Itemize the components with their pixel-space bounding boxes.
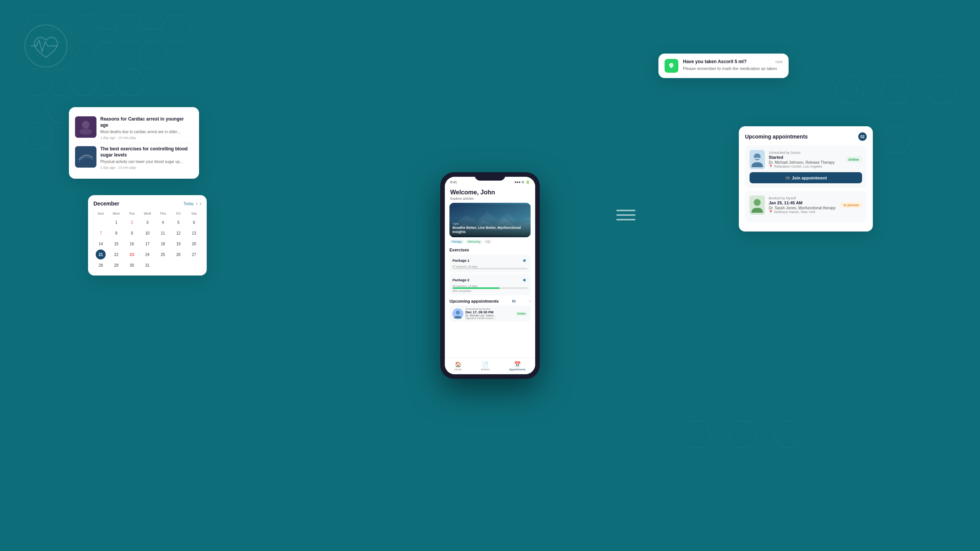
phone-exercise-section-title: Exercises [445,246,535,253]
article-title-cardiac: Reasons for Cardiac arrest in younger ag… [100,116,193,128]
cal-day-20[interactable]: 20 [189,239,199,249]
article-thumb-exercise [75,146,96,168]
article-row-cardiac[interactable]: Reasons for Cardiac arrest in younger ag… [75,113,193,143]
svg-point-25 [60,14,62,16]
phone-greeting: Welcome, John [450,189,530,196]
appointment-location-2: 📍 Wellness Haven, New York [769,210,836,214]
nav-item-appointments[interactable]: 📅 Appointments [509,361,526,371]
calendar-card: December Today ‹ › Sun Mon Tue Wed Thu F… [88,195,207,276]
svg-marker-7 [23,69,54,96]
appointment-item-2: Booked by Myself Jan 25, 11:45 AM Dr. Sa… [745,191,867,222]
cal-day-24[interactable]: 24 [142,249,152,259]
cal-day-28[interactable]: 28 [96,260,106,270]
article-row-exercise[interactable]: The best exercises for controlling blood… [75,143,193,173]
cal-day-26[interactable]: 26 [173,249,183,259]
cal-day-14[interactable]: 14 [96,239,106,249]
cal-day-2[interactable]: 2 [127,217,137,227]
cal-day-4[interactable]: 4 [158,217,168,227]
article-time-exercise: 2 day ago · 15 min play [100,166,193,170]
phone-exercise-package-1[interactable]: Package 1 07 sessions, 28 days [449,254,531,272]
tag-more[interactable]: +1 [484,240,492,244]
cal-day-19[interactable]: 19 [173,239,183,249]
cal-day-13[interactable]: 13 [189,228,199,238]
cal-day-10[interactable]: 10 [142,228,152,238]
svg-point-35 [80,129,92,135]
cal-day-21-today[interactable]: 21 [96,249,106,259]
svg-point-26 [106,41,108,43]
phone-appt-title: Upcoming appointments [449,299,499,303]
appointments-card-header: Upcoming appointments 02 [745,132,867,141]
appointment-status-1: Started [769,155,841,160]
cal-day-29[interactable]: 29 [111,260,121,270]
phone-banner-brand: Cipla [452,222,528,225]
cal-day-15[interactable]: 15 [111,239,121,249]
articles-icon: 📄 [482,361,488,367]
cal-day-22[interactable]: 22 [111,249,121,259]
calendar-today-btn[interactable]: Today [183,202,194,206]
tag-wellbeing[interactable]: Well being [466,240,483,244]
cal-day-18[interactable]: 18 [158,239,168,249]
phone-appt-arrow[interactable]: › [529,298,531,304]
cal-day-empty-4 [189,260,199,270]
appointment-avatar-2 [750,196,765,215]
nav-articles-label: Articles [481,368,490,371]
cal-day-7[interactable]: 7 [96,228,106,238]
calendar-grid: Sun Mon Tue Wed Thu Fri Sat 1 2 3 4 5 6 … [93,210,201,270]
cal-day-6[interactable]: 6 [189,217,199,227]
nav-item-articles[interactable]: 📄 Articles [481,361,490,371]
phone-article-banner[interactable]: Cipla Breathe Better, Live Better, Myofu… [449,203,531,237]
cal-day-16[interactable]: 16 [127,239,137,249]
video-icon: 📹 [785,175,790,180]
heart-monitor-icon [23,23,69,69]
svg-point-45 [754,199,761,206]
phone-appt-item-1[interactable]: Scheduled by Doctor Dec 17, 09:30 PM Dr.… [449,305,531,322]
tag-therapy[interactable]: Therapy [449,240,464,244]
phone-appt-scheduled-1: Scheduled by Doctor [466,308,513,310]
cal-day-31[interactable]: 31 [142,260,152,270]
articles-card: Reasons for Cardiac arrest in younger ag… [69,107,199,179]
svg-marker-20 [773,421,804,448]
cal-day-1[interactable]: 1 [111,217,121,227]
appointments-card: Upcoming appointments 02 Scheduled by Do… [739,126,873,231]
svg-point-30 [856,89,859,91]
cal-day-5[interactable]: 5 [173,217,183,227]
phone-exercise-1-title: Package 1 [452,259,469,262]
svg-point-42 [754,153,761,160]
svg-point-27 [152,14,154,16]
phone-appt-location-1: Digestive Health Associ... [466,317,513,320]
calendar-next-btn[interactable]: › [200,201,201,206]
phone-banner-title: Breathe Better, Live Better, Myofunction… [452,226,528,234]
appointments-count-badge: 02 [858,132,867,141]
cal-day-23[interactable]: 23 [127,249,137,259]
cal-day-8[interactable]: 8 [111,228,121,238]
cal-day-12[interactable]: 12 [173,228,183,238]
calendar-month: December [93,201,119,207]
calendar-nav: Today ‹ › [183,201,201,206]
phone-appointments-section: Upcoming appointments 01 › [445,297,535,323]
notification-icon [665,59,678,73]
phone-exercise-package-2[interactable]: Package 2 06 sessions, 14 days 63% compl… [449,274,531,295]
cal-day-3[interactable]: 3 [142,217,152,227]
svg-point-29 [133,68,135,70]
appointment-info-1: Scheduled by Doctor Started Dr. Michael … [769,151,841,168]
calendar-prev-btn[interactable]: ‹ [196,201,198,206]
cal-day-27[interactable]: 27 [189,249,199,259]
cal-day-25[interactable]: 25 [158,249,168,259]
cal-day-11[interactable]: 11 [158,228,168,238]
join-appointment-btn[interactable]: 📹 Join appointment [750,172,862,183]
appointment-avatar-1 [750,150,765,169]
article-title-exercise: The best exercises for controlling blood… [100,146,193,158]
phone-appt-count: 01 [512,299,516,303]
cal-day-17[interactable]: 17 [142,239,152,249]
phone-appt-avatar-1 [452,308,463,319]
nav-item-home[interactable]: 🏠 Home [454,361,462,371]
appointments-card-title: Upcoming appointments [745,134,808,140]
cal-day-30[interactable]: 30 [127,260,137,270]
cal-day-9[interactable]: 9 [127,228,137,238]
article-desc-exercise: Physical activity can lower your blood s… [100,159,193,164]
location-pin-icon-2: 📍 [769,210,773,214]
calendar-header: December Today ‹ › [93,201,201,207]
exercise-1-icon [521,258,528,264]
appointment-item-1: Scheduled by Doctor Started Dr. Michael … [745,145,867,188]
notification-card: Have you taken Ascoril 5 ml? now Please … [658,54,789,78]
